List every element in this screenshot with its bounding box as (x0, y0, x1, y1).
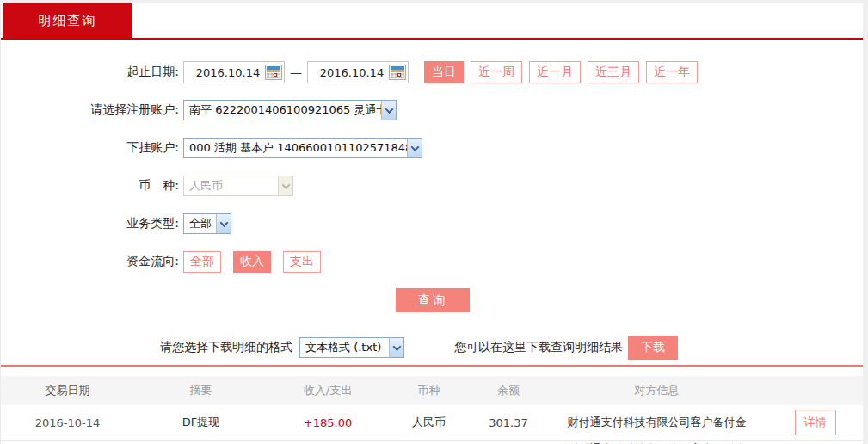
tab-label: 明细查询 (39, 13, 97, 29)
download-button[interactable]: 下载 (628, 336, 678, 360)
currency-row: 币 种: 人民币 (1, 167, 863, 205)
header-counterparty: 对方信息 (547, 383, 766, 398)
cell-amount: +185.00 (268, 416, 388, 429)
business-type-label: 业务类型: (1, 216, 179, 231)
calendar-icon[interactable] (265, 65, 282, 80)
business-type-value: 全部 (184, 216, 216, 231)
quick-range-month-button[interactable]: 近一月 (529, 61, 581, 83)
currency-select: 人民币 (183, 176, 293, 196)
sub-account-select[interactable]: 000 活期 基本户 1406600101102571848 (183, 138, 422, 158)
table-row: 2016-10-14 DF提现 +185.00 人民币 301.37 财付通支付… (1, 405, 863, 441)
registered-account-value: 南平 6222001406100921065 灵通卡 (184, 102, 381, 118)
chevron-down-icon (278, 176, 292, 195)
cell-currency (388, 441, 470, 441)
date-range-label: 起止日期: (1, 65, 179, 80)
quick-range-week-button[interactable]: 近一周 (471, 61, 522, 83)
end-date-value: 2016.10.14 (315, 66, 389, 79)
start-date-input[interactable]: 2016.10.14 (183, 61, 285, 83)
fund-flow-income-button[interactable]: 收入 (233, 251, 271, 273)
date-range-separator: — (290, 65, 302, 79)
sub-account-label: 下挂账户: (1, 140, 179, 156)
currency-label: 币 种: (1, 178, 179, 194)
cell-summary: DF提现 (134, 415, 268, 430)
download-format-value: 文本格式 (.txt) (300, 340, 389, 355)
header-date: 交易日期 (1, 383, 134, 398)
fund-flow-all-button[interactable]: 全部 (183, 251, 221, 273)
cell-amount (268, 441, 388, 441)
end-date-input[interactable]: 2016.10.14 (307, 61, 409, 83)
query-form: 起止日期: 2016.10.14 — 2016.10.14 (1, 40, 863, 444)
cell-balance: 301.37 (470, 416, 547, 429)
tab-detail-query[interactable]: 明细查询 (3, 3, 132, 38)
registered-account-select[interactable]: 南平 6222001406100921065 灵通卡 (183, 100, 397, 120)
detail-query-panel: 明细查询 起止日期: 2016.10.14 — 2016.10.14 (0, 3, 863, 444)
registered-account-row: 请选择注册账户: 南平 6222001406100921065 灵通卡 (1, 91, 863, 129)
header-balance: 余额 (470, 383, 547, 398)
date-range-row: 起止日期: 2016.10.14 — 2016.10.14 (1, 53, 863, 91)
fund-flow-row: 资金流向: 全部 收入 支出 (1, 243, 863, 281)
calendar-icon[interactable] (389, 65, 406, 80)
cell-date: 2016-10-14 (1, 416, 134, 429)
section-divider (1, 365, 863, 367)
cell-date (1, 441, 134, 441)
chevron-down-icon (389, 338, 403, 357)
calendar-icon-day-dot (397, 73, 401, 77)
chevron-down-icon (381, 101, 396, 120)
cell-summary (134, 441, 268, 441)
business-type-select[interactable]: 全部 (183, 213, 231, 234)
header-summary: 摘要 (134, 383, 268, 398)
calendar-icon-stripe (391, 70, 404, 72)
cell-currency: 人民币 (388, 415, 470, 430)
cell-counterparty: 财付通支付科技有限公司客户备付金 (547, 441, 766, 444)
start-date-value: 2016.10.14 (191, 66, 265, 79)
registered-account-label: 请选择注册账户: (1, 102, 179, 118)
cell-balance (470, 441, 547, 441)
sub-account-row: 下挂账户: 000 活期 基本户 1406600101102571848 (1, 129, 863, 167)
quick-range-year-button[interactable]: 近一年 (646, 61, 698, 83)
quick-range-buttons: 当日 近一周 近一月 近三月 近一年 (417, 61, 698, 83)
query-button[interactable]: 查询 (396, 288, 470, 312)
calendar-icon-day-dot (274, 73, 277, 77)
download-format-select[interactable]: 文本格式 (.txt) (299, 337, 404, 358)
header-amount: 收入/支出 (268, 383, 388, 398)
detail-button[interactable]: 详情 (795, 410, 836, 435)
download-row: 请您选择下载明细的格式 文本格式 (.txt) 您可以在这里下载查询明细结果 下… (1, 336, 863, 360)
chevron-down-icon (407, 139, 422, 157)
currency-value: 人民币 (184, 178, 278, 194)
header-currency: 币种 (388, 383, 470, 398)
quick-range-today-button[interactable]: 当日 (424, 61, 464, 83)
fund-flow-label: 资金流向: (1, 254, 179, 269)
fund-flow-expense-button[interactable]: 支出 (283, 251, 321, 273)
chevron-down-icon (216, 214, 231, 233)
download-hint: 您可以在这里下载查询明细结果 (454, 340, 623, 355)
calendar-icon-stripe (267, 70, 280, 72)
download-format-label: 请您选择下载明细的格式 (160, 340, 292, 355)
table-header: 交易日期 摘要 收入/支出 币种 余额 对方信息 (1, 376, 863, 405)
table-row-partial: 财付通支付科技有限公司客户备付金 (1, 441, 863, 444)
quick-range-quarter-button[interactable]: 近三月 (588, 61, 639, 83)
sub-account-value: 000 活期 基本户 1406600101102571848 (184, 140, 407, 156)
business-type-row: 业务类型: 全部 (1, 205, 863, 243)
cell-counterparty: 财付通支付科技有限公司客户备付金 (547, 415, 766, 430)
